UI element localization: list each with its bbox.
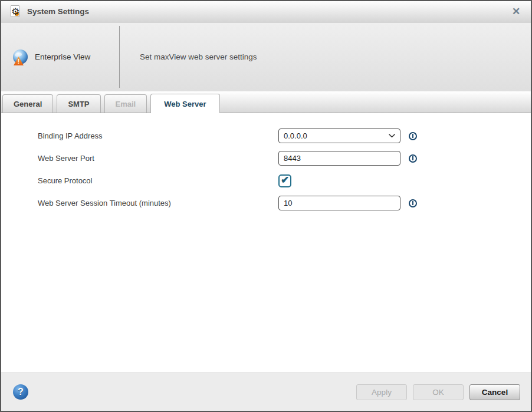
session-timeout-input[interactable] <box>278 196 400 210</box>
settings-gear-document-icon: ⚙ <box>11 5 21 18</box>
binding-ip-row: Binding IP Address 0.0.0.0 <box>1 128 531 143</box>
tab-web-server[interactable]: Web Server <box>150 94 219 113</box>
binding-ip-select[interactable]: 0.0.0.0 <box>278 128 400 143</box>
tab-smtp[interactable]: SMTP <box>57 94 100 113</box>
tab-email[interactable]: Email <box>104 94 147 113</box>
info-icon[interactable] <box>409 199 417 207</box>
footer: ? Apply OK Cancel <box>1 373 531 411</box>
ok-button[interactable]: OK <box>413 384 464 400</box>
dialog-header: ! Enterprise View Set maxView web server… <box>1 22 531 91</box>
session-timeout-row: Web Server Session Timeout (minutes) <box>1 196 531 210</box>
web-server-port-input[interactable] <box>278 151 400 166</box>
dialog-title: System Settings <box>27 7 89 16</box>
tab-general[interactable]: General <box>2 94 53 113</box>
secure-protocol-checkbox[interactable]: ✔ <box>278 174 291 187</box>
footer-buttons: Apply OK Cancel <box>356 384 520 400</box>
header-description-section: Set maxView web server settings <box>120 22 531 91</box>
secure-protocol-label: Secure Protocol <box>38 176 278 185</box>
info-icon[interactable] <box>409 154 417 163</box>
dialog-description: Set maxView web server settings <box>140 52 257 61</box>
binding-ip-label: Binding IP Address <box>38 131 278 140</box>
chevron-down-icon <box>389 134 395 138</box>
web-server-port-row: Web Server Port <box>1 151 531 166</box>
apply-button[interactable]: Apply <box>356 384 407 400</box>
secure-protocol-row: Secure Protocol ✔ <box>1 173 531 188</box>
tabstrip: General SMTP Email Web Server <box>1 91 531 113</box>
cancel-button[interactable]: Cancel <box>469 384 520 400</box>
web-server-settings-panel: Binding IP Address 0.0.0.0 Web Server Po… <box>1 113 531 373</box>
enterprise-view-section: ! Enterprise View <box>1 22 120 91</box>
system-settings-dialog: ⚙ System Settings ✕ ! Enterprise View Se… <box>0 0 532 412</box>
web-server-port-label: Web Server Port <box>38 154 278 163</box>
session-timeout-label: Web Server Session Timeout (minutes) <box>38 199 278 207</box>
info-icon[interactable] <box>409 132 417 140</box>
enterprise-globe-warning-icon: ! <box>13 50 28 64</box>
close-icon[interactable]: ✕ <box>508 4 524 19</box>
enterprise-view-label: Enterprise View <box>35 52 90 61</box>
help-icon[interactable]: ? <box>13 384 28 400</box>
binding-ip-value: 0.0.0.0 <box>284 131 389 140</box>
checkmark-icon: ✔ <box>281 174 289 186</box>
titlebar: ⚙ System Settings ✕ <box>1 1 531 22</box>
header-divider <box>119 26 120 88</box>
